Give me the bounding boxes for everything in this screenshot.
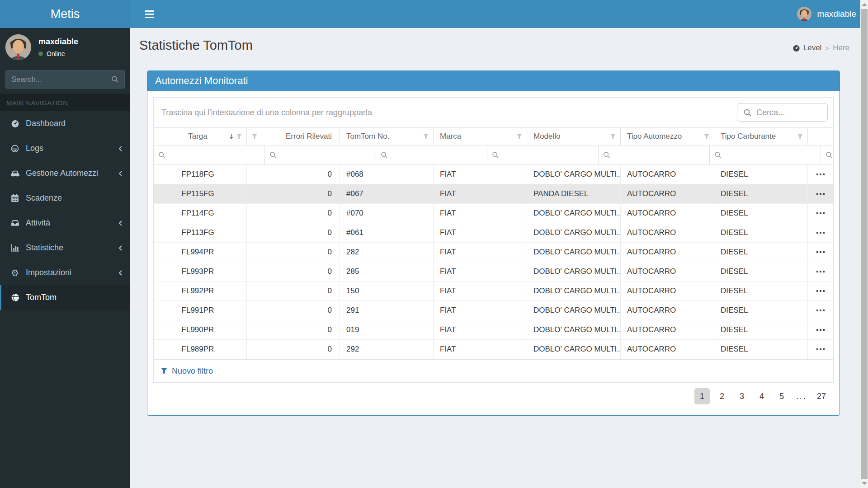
filter-icon[interactable]	[703, 133, 710, 140]
table-cell: FIAT	[434, 204, 527, 223]
table-cell: FL990PR	[154, 320, 247, 339]
sidebar-username: maxdiable	[38, 37, 78, 47]
table-cell-actions	[808, 243, 833, 262]
scrollbar-thumb[interactable]	[861, 9, 868, 479]
column-header-tipo-carburante[interactable]: Tipo Carburante	[714, 128, 808, 145]
sidebar-item-statistiche[interactable]: Statistiche	[0, 235, 130, 260]
chevron-left-icon	[118, 170, 123, 177]
column-filter-input[interactable]	[391, 151, 484, 159]
row-actions-button[interactable]	[808, 165, 833, 184]
table-cell: FIAT	[434, 243, 527, 262]
calendar-icon	[9, 194, 20, 202]
row-actions-button[interactable]	[808, 262, 833, 281]
column-header-errori-rilevati[interactable]: Errori Rilevati	[247, 128, 340, 145]
table-cell: FIAT	[434, 320, 527, 339]
row-actions-button[interactable]	[808, 223, 833, 242]
row-actions-button[interactable]	[808, 184, 833, 203]
table-cell: FIAT	[434, 301, 527, 320]
row-actions-button[interactable]	[808, 282, 833, 300]
grid-search-input[interactable]	[756, 108, 823, 117]
table-cell: DOBLO' CARGO MULTI...	[527, 301, 621, 320]
new-filter-button[interactable]: Nuovo filtro	[160, 366, 213, 376]
filter-icon[interactable]	[423, 133, 429, 140]
table-cell: DIESEL	[714, 301, 808, 320]
sidebar-item-scadenze[interactable]: Scadenze	[0, 186, 130, 211]
search-icon[interactable]	[111, 75, 119, 84]
page-button-3[interactable]: 3	[734, 388, 750, 404]
column-filter-input[interactable]	[613, 151, 707, 159]
sidebar-item-impostazioni[interactable]: ⚙ Impostazioni	[0, 260, 130, 285]
table-row[interactable]: FP118FG0#068FIATDOBLO' CARGO MULTI...AUT…	[154, 165, 833, 184]
table-row[interactable]: FL989PR0292FIATDOBLO' CARGO MULTI...AUTO…	[154, 340, 833, 359]
sidebar-search-input[interactable]	[11, 75, 111, 84]
table-row[interactable]: FL991PR0291FIATDOBLO' CARGO MULTI...AUTO…	[154, 301, 833, 320]
column-filter-cell	[487, 145, 599, 164]
scroll-down-icon[interactable]	[860, 480, 868, 487]
sidebar-item-tomtom[interactable]: TomTom	[0, 285, 130, 310]
row-actions-button[interactable]	[808, 320, 833, 339]
sidebar-item-label: Attività	[26, 218, 50, 228]
column-header-tomtom-no[interactable]: TomTom No.	[340, 128, 434, 145]
table-row[interactable]: FL993PR0285FIATDOBLO' CARGO MULTI...AUTO…	[154, 262, 833, 282]
search-icon	[381, 151, 388, 159]
column-filter-input[interactable]	[168, 151, 262, 159]
page-button-5[interactable]: 5	[774, 388, 789, 404]
column-filter-input[interactable]	[724, 151, 818, 159]
table-cell: AUTOCARRO	[621, 223, 714, 242]
sidebar-toggle-button[interactable]	[139, 4, 159, 24]
filter-icon[interactable]	[236, 133, 242, 140]
sidebar-item-gestione-automezzi[interactable]: Gestione Automezzi	[0, 161, 130, 186]
page-button-2[interactable]: 2	[714, 388, 730, 404]
table-cell: DOBLO' CARGO MULTI...	[527, 262, 621, 281]
table-row[interactable]: FP114FG0#070FIATDOBLO' CARGO MULTI...AUT…	[154, 204, 833, 223]
table-cell: AUTOCARRO	[621, 320, 714, 339]
filter-icon[interactable]	[797, 133, 803, 140]
column-filter-input[interactable]	[279, 151, 373, 159]
table-cell: DOBLO' CARGO MULTI...	[527, 320, 621, 339]
panel-title: Automezzi Monitorati	[147, 71, 840, 91]
column-header-tipo-automezzo[interactable]: Tipo Automezzo	[621, 128, 714, 145]
column-header-actions	[808, 128, 833, 145]
grid-search	[737, 103, 828, 122]
table-row[interactable]: FP115FG0#067FIATPANDA DIESELAUTOCARRODIE…	[154, 184, 833, 204]
sidebar-item-label: Impostazioni	[26, 268, 71, 277]
row-actions-button[interactable]	[808, 243, 833, 262]
column-filter-input[interactable]	[502, 151, 595, 159]
page-button-4[interactable]: 4	[754, 388, 769, 404]
brand-logo[interactable]: Metis	[0, 0, 130, 28]
page-scrollbar[interactable]	[860, 0, 868, 488]
row-actions-button[interactable]	[808, 340, 833, 359]
sidebar-item-label: Statistiche	[26, 243, 63, 253]
column-header-marca[interactable]: Marca	[434, 128, 527, 145]
sidebar-item-label: TomTom	[26, 293, 57, 302]
scroll-up-icon[interactable]	[860, 1, 868, 8]
table-row[interactable]: FP113FG0#061FIATDOBLO' CARGO MULTI...AUT…	[154, 223, 833, 243]
column-header-modello[interactable]: Modello	[527, 128, 621, 145]
row-actions-button[interactable]	[808, 204, 833, 223]
breadcrumb-current: Here	[833, 43, 849, 52]
page-button-1[interactable]: 1	[694, 388, 710, 404]
sidebar-search	[5, 70, 125, 89]
table-cell: DIESEL	[714, 165, 808, 184]
table-cell-actions	[808, 282, 833, 300]
table-cell: AUTOCARRO	[621, 301, 714, 320]
sidebar-item-logs[interactable]: Logs	[0, 136, 130, 161]
user-avatar	[797, 7, 811, 21]
sidebar-item-dashboard[interactable]: Dashboard	[0, 111, 130, 136]
filter-icon[interactable]	[610, 133, 616, 140]
sidebar-item-attivita[interactable]: Attività	[0, 211, 130, 235]
table-cell: FL993PR	[154, 262, 247, 281]
table-row[interactable]: FL994PR0282FIATDOBLO' CARGO MULTI...AUTO…	[154, 243, 833, 262]
table-cell: FIAT	[434, 340, 527, 359]
table-cell: 0	[247, 340, 340, 359]
filter-icon[interactable]	[516, 133, 523, 140]
filter-icon[interactable]	[251, 133, 258, 140]
navbar-user-menu[interactable]: maxdiable	[797, 7, 856, 21]
table-cell: DIESEL	[714, 262, 808, 281]
column-header-targa[interactable]: Targa ↓	[154, 128, 247, 145]
page-button-27[interactable]: 27	[814, 388, 829, 404]
breadcrumb-level[interactable]: Level	[793, 43, 822, 52]
table-row[interactable]: FL990PR0019FIATDOBLO' CARGO MULTI...AUTO…	[154, 320, 833, 340]
table-row[interactable]: FL992PR0150FIATDOBLO' CARGO MULTI...AUTO…	[154, 282, 833, 301]
row-actions-button[interactable]	[808, 301, 833, 320]
